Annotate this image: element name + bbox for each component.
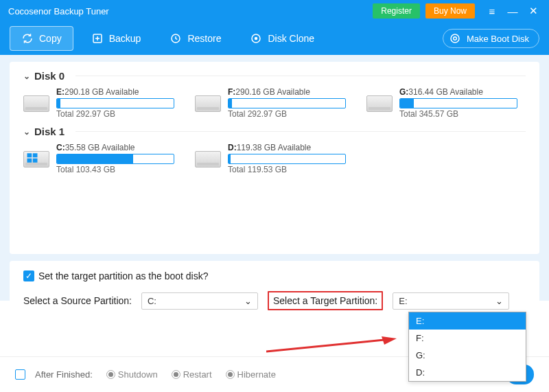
svg-rect-8 [27, 159, 32, 163]
partition-avail: 290.16 GB Available [235, 87, 310, 97]
source-partition-label: Select a Source Partition: [23, 295, 132, 306]
title-bar: Cocosenor Backup Tuner Register Buy Now … [0, 0, 549, 22]
radio-hibernate[interactable]: Hibernate [226, 369, 276, 380]
disk-header-1[interactable]: ⌄ Disk 1 [23, 126, 526, 137]
disk-header-0[interactable]: ⌄ Disk 0 [23, 70, 526, 82]
svg-rect-9 [33, 159, 38, 163]
drive-icon [23, 94, 49, 112]
partition-avail: 119.38 GB Available [237, 143, 312, 152]
usage-bar [399, 98, 517, 108]
drive-icon [366, 94, 393, 112]
make-boot-disk-button[interactable]: Make Boot Disk [443, 29, 539, 48]
register-button[interactable]: Register [373, 3, 420, 19]
close-icon[interactable]: ✕ [523, 5, 544, 17]
usage-bar [228, 154, 346, 164]
usage-bar [56, 154, 174, 164]
main-toolbar: Copy Backup Restore Disk Clone Make Boot… [0, 22, 549, 55]
partition-avail: 316.44 GB Available [408, 87, 483, 97]
tab-restore[interactable]: Restore [159, 27, 232, 50]
content-area: ⌄ Disk 0 E:290.18 GB Available Total 292… [0, 55, 549, 301]
partition-e[interactable]: E:290.18 GB Available Total 292.97 GB [23, 87, 174, 119]
windows-drive-icon [23, 150, 49, 168]
target-partition-label: Select a Target Partition: [273, 295, 377, 306]
partition-avail: 290.18 GB Available [65, 87, 139, 97]
partition-f[interactable]: F:290.16 GB Available Total 292.97 GB [195, 87, 346, 119]
restore-icon [170, 32, 182, 45]
dropdown-option[interactable]: F: [409, 330, 526, 347]
partition-total: Total 119.53 GB [228, 165, 346, 174]
partition-letter: D: [228, 143, 237, 152]
after-finished-checkbox[interactable] [15, 369, 25, 380]
boot-disk-checkbox-label: Set the target partition as the boot dis… [38, 270, 209, 281]
chevron-down-icon: ⌄ [23, 71, 30, 81]
source-partition-value: C: [148, 296, 156, 306]
tab-backup[interactable]: Backup [80, 27, 152, 50]
usage-bar [228, 98, 346, 108]
target-partition-dropdown: E: F: G: D: [408, 312, 526, 382]
svg-point-3 [255, 38, 257, 40]
chevron-down-icon: ⌄ [23, 127, 30, 137]
chevron-down-icon: ⌄ [495, 296, 503, 306]
menu-icon[interactable]: ≡ [482, 5, 502, 17]
svg-marker-11 [382, 336, 397, 345]
svg-rect-7 [33, 153, 38, 157]
partition-letter: G: [399, 87, 408, 97]
tab-copy-label: Copy [39, 33, 62, 44]
tab-copy[interactable]: Copy [10, 26, 73, 51]
disks-panel: ⌄ Disk 0 E:290.18 GB Available Total 292… [10, 62, 539, 254]
radio-restart[interactable]: Restart [172, 369, 212, 380]
make-boot-disk-label: Make Boot Disk [467, 34, 529, 44]
dropdown-option[interactable]: D: [409, 364, 526, 381]
app-title: Cocosenor Backup Tuner [8, 6, 373, 16]
svg-line-10 [266, 340, 384, 351]
tab-disk-clone-label: Disk Clone [268, 33, 314, 44]
partition-letter: E: [56, 87, 65, 97]
target-partition-value: E: [399, 296, 407, 306]
partition-letter: C: [56, 143, 65, 152]
after-finished-label: After Finished: [35, 369, 93, 380]
boot-disk-checkbox-row[interactable]: ✓ Set the target partition as the boot d… [23, 270, 526, 281]
backup-icon [91, 32, 104, 45]
target-highlight-box: Select a Target Partition: [268, 291, 383, 310]
radio-shutdown[interactable]: Shutdown [106, 369, 158, 380]
drive-icon [195, 150, 221, 168]
options-panel: ✓ Set the target partition as the boot d… [10, 261, 539, 321]
partition-d[interactable]: D:119.38 GB Available Total 119.53 GB [195, 143, 346, 174]
disk-name: Disk 0 [34, 70, 65, 82]
tab-restore-label: Restore [187, 33, 221, 44]
partition-total: Total 103.43 GB [56, 165, 174, 174]
partition-total: Total 345.57 GB [399, 109, 517, 119]
disk-name: Disk 1 [34, 126, 65, 137]
dropdown-option[interactable]: G: [409, 347, 526, 364]
svg-rect-6 [27, 153, 32, 157]
boot-disk-icon [449, 32, 461, 45]
minimize-icon[interactable]: — [502, 5, 523, 17]
partition-c[interactable]: C:35.58 GB Available Total 103.43 GB [23, 143, 174, 174]
copy-icon [21, 32, 34, 45]
partition-avail: 35.58 GB Available [65, 143, 135, 152]
svg-point-5 [454, 37, 457, 41]
drive-icon [195, 94, 221, 112]
chevron-down-icon: ⌄ [244, 296, 252, 306]
buy-now-button[interactable]: Buy Now [425, 3, 475, 19]
partition-letter: F: [228, 87, 235, 97]
partition-g[interactable]: G:316.44 GB Available Total 345.57 GB [366, 87, 517, 119]
svg-point-4 [451, 34, 459, 43]
checkbox-checked-icon[interactable]: ✓ [23, 270, 34, 281]
disk-clone-icon [250, 32, 262, 45]
tab-backup-label: Backup [109, 33, 141, 44]
usage-bar [56, 98, 174, 108]
partition-total: Total 292.97 GB [56, 109, 174, 119]
source-partition-select[interactable]: C: ⌄ [141, 292, 258, 310]
dropdown-option[interactable]: E: [409, 312, 526, 330]
target-partition-select[interactable]: E: ⌄ [393, 292, 509, 310]
partition-total: Total 292.97 GB [228, 109, 346, 119]
tab-disk-clone[interactable]: Disk Clone [239, 27, 325, 50]
annotation-arrow-icon [266, 336, 397, 357]
